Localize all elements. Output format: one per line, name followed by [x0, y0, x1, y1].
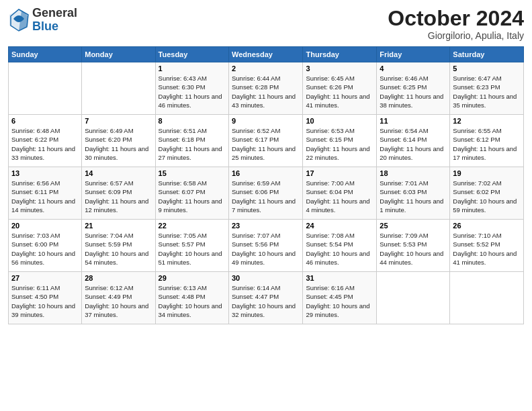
day-daylight: Daylight: 11 hours and 1 minute. [380, 197, 443, 214]
day-sunrise: Sunrise: 6:48 AM [11, 127, 60, 134]
col-thursday: Thursday [303, 47, 377, 62]
day-sunset: Sunset: 4:48 PM [159, 293, 206, 300]
calendar-cell: 9 Sunrise: 6:52 AM Sunset: 6:17 PM Dayli… [229, 115, 303, 167]
day-number: 22 [159, 222, 226, 230]
day-sunrise: Sunrise: 7:05 AM [159, 232, 207, 239]
day-sunset: Sunset: 6:26 PM [306, 83, 353, 91]
day-daylight: Daylight: 10 hours and 39 minutes. [11, 302, 75, 318]
day-daylight: Daylight: 10 hours and 34 minutes. [159, 302, 222, 318]
calendar-cell: 29 Sunrise: 6:13 AM Sunset: 4:48 PM Dayl… [155, 272, 228, 324]
day-sunrise: Sunrise: 6:14 AM [232, 284, 280, 291]
day-number: 6 [11, 117, 79, 125]
day-number: 2 [232, 64, 300, 73]
calendar-cell [450, 272, 524, 324]
day-daylight: Daylight: 10 hours and 56 minutes. [11, 250, 75, 266]
day-sunset: Sunset: 5:56 PM [232, 240, 279, 248]
day-number: 24 [306, 222, 373, 230]
day-sunrise: Sunrise: 7:04 AM [85, 232, 133, 239]
day-sunrise: Sunrise: 6:58 AM [159, 179, 207, 187]
day-sunset: Sunset: 6:03 PM [380, 188, 427, 195]
calendar-cell: 5 Sunrise: 6:47 AM Sunset: 6:23 PM Dayli… [450, 62, 524, 115]
day-daylight: Daylight: 11 hours and 20 minutes. [380, 145, 443, 161]
day-daylight: Daylight: 10 hours and 44 minutes. [380, 250, 443, 266]
col-saturday: Saturday [450, 47, 524, 62]
day-number: 9 [232, 117, 300, 125]
day-number: 28 [85, 274, 152, 282]
title-block: October 2024 Giorgilorio, Apulia, Italy [388, 7, 524, 41]
day-sunset: Sunset: 4:47 PM [232, 293, 279, 300]
day-sunrise: Sunrise: 7:03 AM [11, 232, 60, 239]
calendar-cell: 16 Sunrise: 6:59 AM Sunset: 6:06 PM Dayl… [229, 167, 303, 220]
day-sunrise: Sunrise: 6:45 AM [306, 75, 354, 82]
day-sunrise: Sunrise: 6:44 AM [232, 75, 280, 82]
day-sunrise: Sunrise: 7:01 AM [380, 179, 428, 187]
day-sunset: Sunset: 6:04 PM [306, 188, 353, 195]
day-sunrise: Sunrise: 6:52 AM [232, 127, 280, 134]
day-daylight: Daylight: 11 hours and 17 minutes. [453, 145, 517, 161]
calendar-cell: 14 Sunrise: 6:57 AM Sunset: 6:09 PM Dayl… [82, 167, 155, 220]
day-daylight: Daylight: 11 hours and 35 minutes. [453, 93, 517, 109]
day-number: 19 [453, 169, 521, 177]
logo-blue: Blue [32, 20, 77, 34]
calendar-cell: 20 Sunrise: 7:03 AM Sunset: 6:00 PM Dayl… [9, 220, 82, 272]
calendar-cell: 28 Sunrise: 6:12 AM Sunset: 4:49 PM Dayl… [82, 272, 155, 324]
calendar-cell: 26 Sunrise: 7:10 AM Sunset: 5:52 PM Dayl… [450, 220, 524, 272]
day-sunrise: Sunrise: 7:09 AM [380, 232, 428, 239]
day-number: 13 [11, 169, 79, 177]
day-sunrise: Sunrise: 6:55 AM [453, 127, 501, 134]
day-sunset: Sunset: 5:53 PM [380, 240, 427, 248]
day-daylight: Daylight: 10 hours and 59 minutes. [453, 197, 517, 214]
generalblue-icon [8, 8, 30, 32]
day-sunset: Sunset: 6:20 PM [85, 136, 132, 143]
calendar-cell [82, 62, 155, 115]
day-sunset: Sunset: 6:18 PM [159, 136, 206, 143]
day-sunset: Sunset: 6:02 PM [453, 188, 500, 195]
day-number: 30 [232, 274, 300, 282]
day-sunrise: Sunrise: 6:49 AM [85, 127, 133, 134]
day-daylight: Daylight: 10 hours and 49 minutes. [232, 250, 296, 266]
calendar-week-4: 20 Sunrise: 7:03 AM Sunset: 6:00 PM Dayl… [9, 220, 524, 272]
col-wednesday: Wednesday [229, 47, 303, 62]
day-sunset: Sunset: 4:50 PM [11, 293, 58, 300]
day-sunrise: Sunrise: 6:47 AM [453, 75, 501, 82]
day-sunset: Sunset: 6:17 PM [232, 136, 279, 143]
day-number: 20 [11, 222, 79, 230]
calendar-table: Sunday Monday Tuesday Wednesday Thursday… [8, 46, 524, 324]
calendar-cell: 2 Sunrise: 6:44 AM Sunset: 6:28 PM Dayli… [229, 62, 303, 115]
day-sunrise: Sunrise: 6:57 AM [85, 179, 133, 187]
day-number: 12 [453, 117, 521, 125]
logo-text: General Blue [32, 7, 77, 34]
day-sunset: Sunset: 6:11 PM [11, 188, 58, 195]
day-sunrise: Sunrise: 7:00 AM [306, 179, 354, 187]
calendar-week-5: 27 Sunrise: 6:11 AM Sunset: 4:50 PM Dayl… [9, 272, 524, 324]
calendar-cell: 19 Sunrise: 7:02 AM Sunset: 6:02 PM Dayl… [450, 167, 524, 220]
day-sunrise: Sunrise: 7:08 AM [306, 232, 354, 239]
day-sunset: Sunset: 6:09 PM [85, 188, 132, 195]
calendar-cell: 8 Sunrise: 6:51 AM Sunset: 6:18 PM Dayli… [155, 115, 228, 167]
calendar-cell: 25 Sunrise: 7:09 AM Sunset: 5:53 PM Dayl… [377, 220, 450, 272]
day-sunrise: Sunrise: 6:51 AM [159, 127, 207, 134]
col-sunday: Sunday [9, 47, 82, 62]
day-number: 27 [11, 274, 79, 282]
day-sunset: Sunset: 5:54 PM [306, 240, 353, 248]
day-sunrise: Sunrise: 6:13 AM [159, 284, 207, 291]
calendar-cell: 31 Sunrise: 6:16 AM Sunset: 4:45 PM Dayl… [303, 272, 377, 324]
calendar-cell: 24 Sunrise: 7:08 AM Sunset: 5:54 PM Dayl… [303, 220, 377, 272]
day-sunset: Sunset: 6:00 PM [11, 240, 58, 248]
calendar-cell: 1 Sunrise: 6:43 AM Sunset: 6:30 PM Dayli… [155, 62, 228, 115]
calendar-cell: 23 Sunrise: 7:07 AM Sunset: 5:56 PM Dayl… [229, 220, 303, 272]
day-sunset: Sunset: 5:59 PM [85, 240, 132, 248]
day-sunset: Sunset: 4:49 PM [85, 293, 132, 300]
day-daylight: Daylight: 11 hours and 4 minutes. [306, 197, 369, 214]
day-sunrise: Sunrise: 6:43 AM [159, 75, 207, 82]
header-row: Sunday Monday Tuesday Wednesday Thursday… [9, 47, 524, 62]
calendar-cell: 13 Sunrise: 6:56 AM Sunset: 6:11 PM Dayl… [9, 167, 82, 220]
calendar-week-2: 6 Sunrise: 6:48 AM Sunset: 6:22 PM Dayli… [9, 115, 524, 167]
calendar-cell: 6 Sunrise: 6:48 AM Sunset: 6:22 PM Dayli… [9, 115, 82, 167]
logo-general: General [32, 7, 77, 20]
day-number: 25 [380, 222, 447, 230]
day-number: 15 [159, 169, 226, 177]
day-daylight: Daylight: 10 hours and 54 minutes. [85, 250, 148, 266]
calendar-cell: 7 Sunrise: 6:49 AM Sunset: 6:20 PM Dayli… [82, 115, 155, 167]
day-sunrise: Sunrise: 7:07 AM [232, 232, 280, 239]
